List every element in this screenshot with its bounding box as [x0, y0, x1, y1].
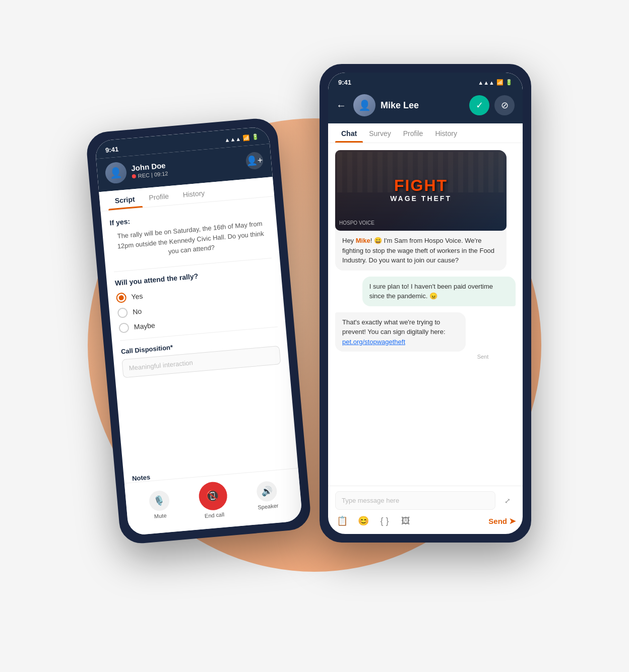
left-time: 9:41: [105, 146, 118, 154]
script-emoji-icon[interactable]: 📋: [335, 514, 349, 528]
mute-label: Mute: [154, 512, 166, 519]
battery-icon: 🔋: [251, 133, 259, 141]
chat-contact-avatar: 👤: [353, 94, 375, 116]
message-2-text: I sure plan to! I haven't been paid over…: [369, 283, 493, 300]
rec-label: REC | 09:12: [138, 170, 168, 179]
rec-dot-icon: [132, 174, 136, 178]
message-1-text: Hey Mike! 😀 I'm Sam from Hospo Voice. We…: [335, 231, 507, 271]
radio-yes[interactable]: [116, 292, 127, 303]
chat-contact-name: Mike Lee: [381, 100, 464, 111]
chat-avatar-icon: 👤: [358, 99, 371, 111]
right-wifi-icon: 📶: [496, 79, 504, 86]
tab-history-left[interactable]: History: [175, 182, 213, 205]
tab-survey[interactable]: Survey: [363, 123, 397, 143]
tab-script[interactable]: Script: [107, 188, 143, 211]
right-signal-icon: ▲▲▲: [478, 80, 494, 86]
check-icon: ✓: [476, 100, 483, 111]
expand-icon[interactable]: ⤢: [499, 493, 516, 509]
signal-icon: ▲▲▲: [224, 136, 241, 143]
right-battery-icon: 🔋: [506, 79, 513, 86]
option-no-label: No: [132, 307, 142, 315]
chat-input-area: Type message here ⤢ 📋 😊 { } 🖼 Send ➤: [328, 486, 523, 534]
phone-left-screen: 9:41 ▲▲▲ 📶 🔋 👤 John Doe REC | 09:12: [94, 126, 302, 535]
add-contact-icon: 👤+: [246, 155, 263, 167]
petition-link[interactable]: pet.org/stopwagetheft: [342, 338, 405, 346]
phone-left: 9:41 ▲▲▲ 📶 🔋 👤 John Doe REC | 09:12: [85, 117, 312, 545]
send-button[interactable]: Send ➤: [488, 516, 516, 526]
chat-input-row: Type message here ⤢: [335, 491, 516, 510]
fight-main-text: FIGHT: [390, 177, 452, 193]
phone-right-screen: 9:41 ▲▲▲ 📶 🔋 ← 👤 Mike Lee ✓ ⊘: [328, 73, 523, 534]
fight-text-overlay: FIGHT WAGE THEFT: [390, 177, 452, 204]
tab-chat[interactable]: Chat: [335, 123, 363, 143]
wifi-icon: 📶: [242, 135, 250, 142]
emoji-face-icon[interactable]: 😊: [356, 514, 370, 528]
mute-icon: 🎙️: [148, 490, 170, 511]
chat-messages-list: FIGHT WAGE THEFT HOSPO VOICE Hey Mike! 😀…: [328, 143, 523, 486]
code-block-icon[interactable]: { }: [378, 514, 392, 528]
radio-no[interactable]: [117, 307, 128, 318]
script-content: If yes: The rally will be on Saturday, t…: [101, 196, 297, 471]
speaker-icon: 🔊: [256, 481, 278, 502]
end-call-button[interactable]: 📵 End call: [198, 481, 229, 519]
right-status-icons: ▲▲▲ 📶 🔋: [478, 79, 513, 86]
add-contact-button[interactable]: 👤+: [245, 152, 264, 170]
tab-profile-left[interactable]: Profile: [141, 185, 177, 208]
fight-sub-text: WAGE THEFT: [390, 193, 452, 204]
send-arrow-icon: ➤: [509, 516, 516, 526]
left-status-icons: ▲▲▲ 📶 🔋: [224, 133, 260, 143]
speaker-button[interactable]: 🔊 Speaker: [256, 481, 279, 510]
send-label: Send: [488, 517, 507, 525]
chat-toolbar: 📋 😊 { } 🖼 Send ➤: [335, 510, 516, 529]
message-3-container: That's exactly what we're trying to prev…: [335, 312, 488, 360]
name-highlight: Mike: [356, 237, 370, 244]
tab-profile-right[interactable]: Profile: [397, 123, 429, 143]
message-input[interactable]: Type message here: [335, 491, 495, 510]
back-arrow-icon[interactable]: ←: [336, 100, 346, 111]
speaker-label: Speaker: [258, 503, 279, 511]
caller-avatar: 👤: [104, 161, 128, 184]
end-call-label: End call: [204, 511, 224, 519]
check-button[interactable]: ✓: [469, 95, 489, 115]
phone-right: 9:41 ▲▲▲ 📶 🔋 ← 👤 Mike Lee ✓ ⊘: [320, 64, 531, 543]
tab-history-right[interactable]: History: [429, 123, 463, 143]
hospo-label: HOSPO VOICE: [339, 219, 374, 227]
sent-label: Sent: [335, 354, 488, 360]
image-attach-icon[interactable]: 🖼: [399, 514, 413, 528]
call-info: John Doe REC | 09:12: [131, 154, 242, 179]
option-maybe-label: Maybe: [134, 321, 155, 331]
block-icon: ⊘: [501, 100, 509, 111]
message-1: FIGHT WAGE THEFT HOSPO VOICE Hey Mike! 😀…: [335, 150, 507, 271]
mute-button[interactable]: 🎙️ Mute: [148, 490, 171, 519]
chat-header: ← 👤 Mike Lee ✓ ⊘: [328, 90, 523, 123]
phones-container: 9:41 ▲▲▲ 📶 🔋 👤 John Doe REC | 09:12: [88, 34, 541, 638]
end-call-icon: 📵: [198, 481, 228, 511]
block-button[interactable]: ⊘: [494, 95, 515, 115]
fight-image: FIGHT WAGE THEFT HOSPO VOICE: [335, 150, 507, 231]
right-status-bar: 9:41 ▲▲▲ 📶 🔋: [328, 73, 523, 90]
message-3: That's exactly what we're trying to prev…: [335, 312, 466, 352]
caller-avatar-icon: 👤: [109, 166, 123, 179]
chat-tabs-bar: Chat Survey Profile History: [328, 123, 523, 143]
radio-maybe[interactable]: [118, 322, 130, 333]
right-time: 9:41: [338, 79, 351, 86]
message-2: I sure plan to! I haven't been paid over…: [362, 277, 516, 306]
option-yes-label: Yes: [131, 292, 143, 301]
